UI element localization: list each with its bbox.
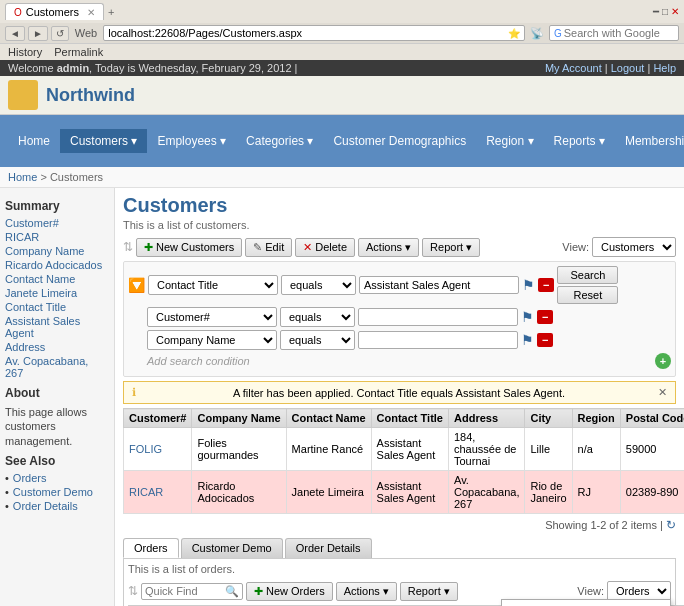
history-link[interactable]: History <box>8 46 42 58</box>
context-menu: ▲ Smallest on Top ▼ Largest on Top Clear… <box>501 599 671 606</box>
tab-customer-demo[interactable]: Customer Demo <box>181 538 283 558</box>
sidebar-item-ricardo[interactable]: Ricardo Adocicados <box>5 258 109 272</box>
filter-val-1[interactable] <box>359 276 519 294</box>
new-orders-btn[interactable]: ✚ New Orders <box>246 582 333 601</box>
sidebar-item-address[interactable]: Address <box>5 340 109 354</box>
tab-close-icon[interactable]: ✕ <box>87 7 95 18</box>
ricar-link[interactable]: RICAR <box>129 486 163 498</box>
close-btn[interactable]: ✕ <box>671 6 679 17</box>
filter-op-1[interactable]: equals <box>281 275 356 295</box>
back-btn[interactable]: ◄ <box>5 26 25 41</box>
browser-tab[interactable]: O Customers ✕ <box>5 3 104 20</box>
col-city[interactable]: City <box>525 409 572 428</box>
sidebar-item-contacttitle[interactable]: Contact Title <box>5 300 109 314</box>
cell-address: Av. Copacabana, 267 <box>449 471 525 514</box>
sidebar-orders-link[interactable]: Orders <box>5 471 109 485</box>
orders-actions-btn[interactable]: Actions ▾ <box>336 582 397 601</box>
filter-alert-close[interactable]: ✕ <box>658 386 667 399</box>
col-contact-title[interactable]: Contact Title <box>371 409 448 428</box>
permalink-link[interactable]: Permalink <box>54 46 103 58</box>
nav-customer-demographics[interactable]: Customer Demographics <box>323 129 476 153</box>
sidebar-item-janete[interactable]: Janete Limeira <box>5 286 109 300</box>
browser-window: O Customers ✕ + ━ □ ✕ ◄ ► ↺ Web ⭐ 📡 G Hi… <box>0 0 684 60</box>
search-btn[interactable]: Search <box>557 266 618 284</box>
my-account-link[interactable]: My Account <box>545 62 602 74</box>
sidebar-item-ricar[interactable]: RICAR <box>5 230 109 244</box>
filter-field-3[interactable]: Company Name <box>147 330 277 350</box>
logout-link[interactable]: Logout <box>611 62 645 74</box>
orders-view-select[interactable]: Orders <box>607 581 671 601</box>
search-bar-wrap[interactable]: G <box>549 25 679 41</box>
breadcrumb-home[interactable]: Home <box>8 171 37 183</box>
quickfind-wrap[interactable]: 🔍 <box>141 583 243 600</box>
svg-rect-2 <box>9 96 22 109</box>
table-row[interactable]: FOLIG Folies gourmandes Martine Rancé As… <box>124 428 685 471</box>
reset-btn[interactable]: Reset <box>557 286 618 304</box>
sidebar-item-companyname[interactable]: Company Name <box>5 244 109 258</box>
tab-order-details[interactable]: Order Details <box>285 538 372 558</box>
filter-remove-3[interactable]: − <box>537 333 553 347</box>
filter-add-row: Add search condition + <box>128 353 671 369</box>
nav-home[interactable]: Home <box>8 129 60 153</box>
cell-contact-name: Janete Limeira <box>286 471 371 514</box>
nav-customers[interactable]: Customers ▾ <box>60 129 147 153</box>
filter-op-2[interactable]: equals <box>280 307 355 327</box>
filter-remove-1[interactable]: − <box>538 278 554 292</box>
rss-icon: 📡 <box>530 27 544 40</box>
col-address[interactable]: Address <box>449 409 525 428</box>
col-company-name[interactable]: Company Name <box>192 409 286 428</box>
sidebar-see-also-title: See Also <box>5 454 109 468</box>
filter-field-1[interactable]: Contact Title <box>148 275 278 295</box>
orders-view-area: Orders ▲ Smallest on Top ▼ Largest on To… <box>607 581 671 601</box>
minimize-btn[interactable]: ━ <box>653 6 659 17</box>
table-row[interactable]: RICAR Ricardo Adocicados Janete Limeira … <box>124 471 685 514</box>
search-input[interactable] <box>564 27 674 39</box>
report-btn[interactable]: Report ▾ <box>422 238 480 257</box>
nav-region[interactable]: Region ▾ <box>476 129 543 153</box>
sidebar-order-details-link[interactable]: Order Details <box>5 499 109 513</box>
nav-categories[interactable]: Categories ▾ <box>236 129 323 153</box>
filter-val-3[interactable] <box>358 331 518 349</box>
filter-val-2[interactable] <box>358 308 518 326</box>
cell-city: Rio de Janeiro <box>525 471 572 514</box>
sidebar-item-customernum[interactable]: Customer# <box>5 216 109 230</box>
reload-btn[interactable]: ↺ <box>51 26 69 41</box>
col-customer-num[interactable]: Customer# <box>124 409 192 428</box>
new-customers-btn[interactable]: ✚ New Customers <box>136 238 242 257</box>
filter-remove-2[interactable]: − <box>537 310 553 324</box>
folig-link[interactable]: FOLIG <box>129 443 162 455</box>
address-bar-wrap[interactable]: ⭐ <box>103 25 525 41</box>
quickfind-input[interactable] <box>145 585 225 597</box>
actions-btn[interactable]: Actions ▾ <box>358 238 419 257</box>
sidebar-item-assistant[interactable]: Assistant Sales Agent <box>5 314 109 340</box>
sidebar-customer-demo-link[interactable]: Customer Demo <box>5 485 109 499</box>
sidebar-item-contactname[interactable]: Contact Name <box>5 272 109 286</box>
filter-field-2[interactable]: Customer# <box>147 307 277 327</box>
sidebar-item-av[interactable]: Av. Copacabana, 267 <box>5 354 109 380</box>
new-tab-btn[interactable]: + <box>108 6 114 18</box>
filter-add-btn[interactable]: + <box>655 353 671 369</box>
col-region[interactable]: Region <box>572 409 620 428</box>
context-menu-smallest[interactable]: ▲ Smallest on Top <box>502 600 670 606</box>
address-input[interactable] <box>108 27 508 39</box>
col-postal-code[interactable]: Postal Code <box>620 409 684 428</box>
help-link[interactable]: Help <box>653 62 676 74</box>
site-header: Northwind <box>0 76 684 115</box>
tab-orders[interactable]: Orders <box>123 538 179 558</box>
maximize-btn[interactable]: □ <box>662 6 668 17</box>
filter-op-3[interactable]: equals <box>280 330 355 350</box>
breadcrumb: Home > Customers <box>0 167 684 188</box>
search-reset-area: Search Reset <box>557 266 618 304</box>
nav-membership[interactable]: Membership <box>615 129 684 153</box>
welcome-bar: Welcome admin, Today is Wednesday, Febru… <box>0 60 684 76</box>
nav-reports[interactable]: Reports ▾ <box>544 129 615 153</box>
col-contact-name[interactable]: Contact Name <box>286 409 371 428</box>
forward-btn[interactable]: ► <box>28 26 48 41</box>
view-select[interactable]: Customers <box>592 237 676 257</box>
orders-report-btn[interactable]: Report ▾ <box>400 582 458 601</box>
delete-btn[interactable]: ✕ Delete <box>295 238 355 257</box>
nav-employees[interactable]: Employees ▾ <box>147 129 236 153</box>
edit-btn[interactable]: ✎ Edit <box>245 238 292 257</box>
filter-add-condition[interactable]: Add search condition <box>147 355 250 367</box>
refresh-icon[interactable]: ↻ <box>666 518 676 532</box>
